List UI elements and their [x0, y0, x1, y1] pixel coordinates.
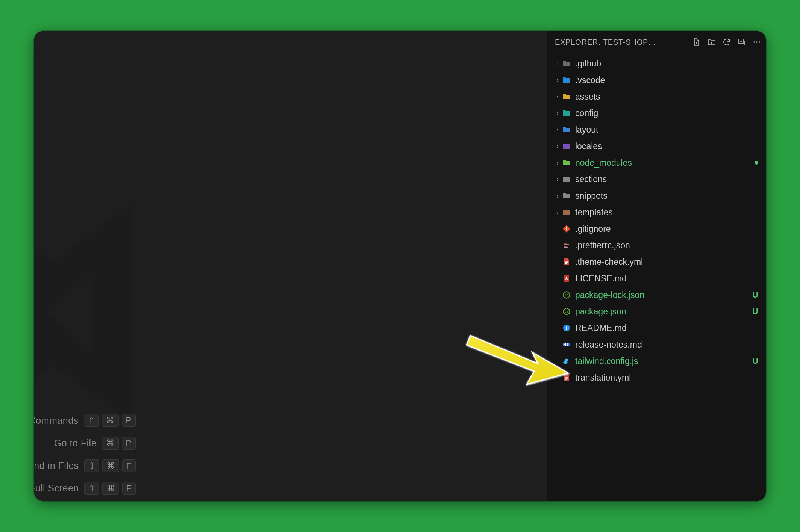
cmd-label: ggle Full Screen [34, 483, 79, 494]
chevron-right-icon: › [554, 60, 561, 68]
folder--vscode[interactable]: ›.vscode [547, 72, 766, 88]
explorer-sidebar: EXPLORER: TEST-SHOP… ›.github›. [547, 31, 766, 501]
key: P [122, 414, 136, 427]
git-status-badge: U [752, 356, 758, 366]
cmd-show-all: ow All Commands ⇧ ⌘ P [34, 414, 136, 427]
git-status-badge: U [752, 307, 758, 316]
svg-text:JS: JS [565, 310, 568, 313]
explorer-header: EXPLORER: TEST-SHOP… [547, 31, 766, 53]
chevron-right-icon: › [554, 93, 561, 101]
folder-snippets[interactable]: ›snippets [547, 187, 766, 204]
chevron-right-icon: › [554, 142, 561, 150]
svg-rect-9 [564, 247, 568, 248]
tree-item-label: templates [575, 207, 758, 218]
svg-rect-7 [564, 244, 569, 245]
tree-item-label: assets [575, 92, 758, 102]
file-readme-md[interactable]: ›README.md [547, 320, 766, 336]
cmd-toggle-fullscreen: ggle Full Screen ⇧ ⌘ F [34, 482, 136, 495]
svg-point-3 [759, 41, 760, 42]
svg-rect-11 [565, 262, 568, 263]
file-translation-yml[interactable]: ›translation.yml [547, 369, 766, 386]
collapse-all-icon[interactable] [736, 37, 747, 47]
tree-item-label: .github [575, 59, 758, 69]
folder-icon [562, 108, 571, 118]
file-package-json[interactable]: ›JSpackage.jsonU [547, 303, 766, 320]
key: ⌘ [102, 459, 119, 472]
folder-assets[interactable]: ›assets [547, 88, 766, 105]
tree-item-label: translation.yml [575, 373, 758, 383]
tree-item-label: .gitignore [575, 224, 758, 234]
tree-item-label: locales [575, 141, 758, 151]
folder-config[interactable]: ›config [547, 105, 766, 121]
yml-red-icon [562, 257, 571, 267]
chevron-right-icon: › [554, 159, 561, 167]
git-icon [562, 224, 571, 234]
file--gitignore[interactable]: ›.gitignore [547, 221, 766, 237]
file-tailwind-config-js[interactable]: ›tailwind.config.jsU [547, 353, 766, 369]
tree-item-label: package-lock.json [575, 290, 752, 300]
new-folder-icon[interactable] [706, 37, 717, 47]
folder-icon [562, 75, 571, 85]
tree-item-label: LICENSE.md [575, 274, 758, 284]
svg-text:JS: JS [565, 293, 568, 297]
file-release-notes-md[interactable]: ›release-notes.md [547, 336, 766, 353]
git-status-badge: U [752, 290, 758, 300]
svg-rect-23 [565, 379, 567, 380]
chevron-right-icon: › [554, 192, 561, 200]
file--prettierrc-json[interactable]: ›.prettierrc.json [547, 237, 766, 254]
chevron-right-icon: › [554, 126, 561, 134]
git-status-dot [755, 161, 758, 165]
tree-item-label: tailwind.config.js [575, 356, 752, 366]
chevron-right-icon: › [554, 175, 561, 183]
file--theme-check-yml[interactable]: ›.theme-check.yml [547, 254, 766, 270]
folder-sections[interactable]: ›sections [547, 171, 766, 187]
npm-icon: JS [562, 307, 571, 316]
key: ⇧ [84, 459, 100, 472]
explorer-title: EXPLORER: TEST-SHOP… [555, 38, 689, 47]
folder-templates[interactable]: ›templates [547, 204, 766, 221]
mdx-icon [562, 340, 571, 349]
svg-rect-10 [565, 261, 568, 262]
svg-point-2 [756, 41, 757, 42]
folder-layout[interactable]: ›layout [547, 121, 766, 138]
folder-locales[interactable]: ›locales [547, 138, 766, 154]
cmd-find-in-files: Find in Files ⇧ ⌘ F [34, 459, 136, 472]
key: F [122, 482, 136, 495]
folder-icon [562, 125, 571, 135]
cmd-label: Go to File [54, 438, 97, 449]
prettier-icon [562, 240, 571, 250]
tree-item-label: package.json [575, 307, 752, 317]
info-icon [562, 323, 571, 333]
file-tree[interactable]: ›.github›.vscode›assets›config›layout›lo… [547, 53, 766, 501]
folder-icon [562, 141, 571, 151]
file-package-lock-json[interactable]: ›JSpackage-lock.jsonU [547, 287, 766, 303]
folder--github[interactable]: ›.github [547, 55, 766, 72]
tailwind-icon [562, 356, 571, 366]
key: F [122, 459, 136, 472]
welcome-shortcuts: ow All Commands ⇧ ⌘ P Go to File ⌘ P Fin… [34, 414, 136, 495]
svg-point-1 [753, 41, 755, 42]
key: ⇧ [84, 482, 100, 495]
folder-icon [562, 158, 571, 168]
folder-icon [562, 207, 571, 217]
vscode-window: ow All Commands ⇧ ⌘ P Go to File ⌘ P Fin… [34, 31, 766, 501]
chevron-right-icon: › [554, 209, 561, 216]
cmd-go-to-file: Go to File ⌘ P [34, 437, 136, 449]
new-file-icon[interactable] [691, 37, 702, 47]
tree-item-label: .theme-check.yml [575, 257, 758, 267]
file-license-md[interactable]: ›LICENSE.md [547, 270, 766, 287]
tree-item-label: layout [575, 125, 758, 135]
folder-icon [562, 92, 571, 101]
svg-rect-21 [565, 377, 568, 378]
folder-icon [562, 191, 571, 201]
tree-item-label: release-notes.md [575, 340, 758, 350]
folder-node-modules[interactable]: ›node_modules [547, 154, 766, 171]
tree-item-label: config [575, 108, 758, 118]
more-icon[interactable] [752, 37, 762, 47]
npm-icon: JS [562, 290, 571, 300]
key: ⇧ [84, 414, 99, 427]
tree-item-label: README.md [575, 323, 758, 333]
explorer-actions [691, 37, 762, 47]
refresh-icon[interactable] [721, 37, 732, 47]
key: P [122, 437, 136, 449]
